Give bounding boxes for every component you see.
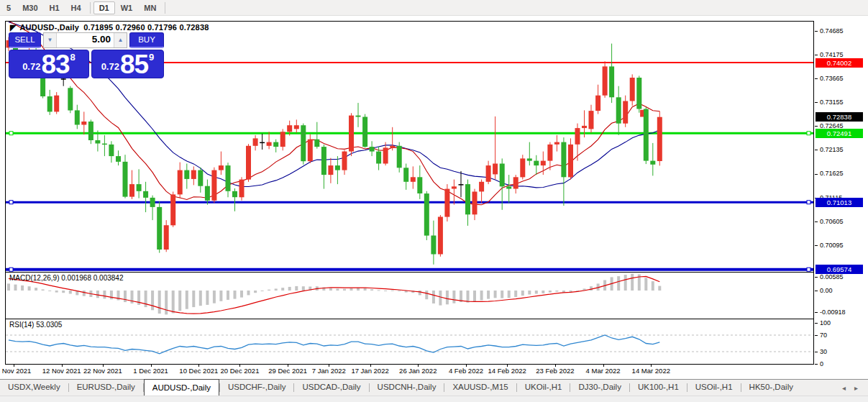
- macd-indicator-label: MACD(12,26,9) 0.001968 0.003842: [9, 274, 123, 282]
- macd-histogram-bar: [124, 291, 127, 302]
- chart-tab-uk100-h1[interactable]: UK100-,H1: [630, 380, 687, 396]
- timeframe-button-h4[interactable]: H4: [65, 2, 87, 14]
- macd-histogram-bar: [370, 289, 373, 291]
- buy-price-button[interactable]: 0.72 85 9: [91, 50, 164, 78]
- macd-histogram-bar: [206, 291, 209, 305]
- macd-pane[interactable]: [6, 273, 813, 319]
- candle-body: [68, 88, 73, 110]
- line-handle[interactable]: [9, 132, 13, 135]
- axis-tick-label: -0.00918: [815, 309, 846, 316]
- chart-tab-ukoil-h1[interactable]: UKOil-,H1: [517, 380, 570, 396]
- candle-body: [527, 158, 532, 160]
- macd-histogram-bar: [652, 281, 654, 291]
- chart-tab-audusd-daily[interactable]: AUDUSD-,Daily: [144, 379, 219, 396]
- chart-ohlc-values: 0.71895 0.72960 0.71796 0.72838: [83, 23, 209, 32]
- candle-body: [534, 161, 539, 166]
- macd-histogram-bar: [439, 291, 442, 306]
- candle-body: [575, 128, 580, 145]
- sell-price-button[interactable]: 0.72 83 8: [9, 50, 89, 78]
- tab-scroll-left-icon[interactable]: ◂: [838, 384, 850, 392]
- tab-scroll-controls: ◂▸: [838, 380, 868, 396]
- candle-body: [595, 96, 600, 111]
- candle-body: [431, 236, 436, 255]
- price-axis[interactable]: 0.746850.741750.736650.731550.726450.721…: [815, 21, 868, 365]
- candle-body: [506, 186, 511, 188]
- candle-body: [609, 66, 614, 97]
- timeframe-button-5[interactable]: 5: [1, 2, 17, 14]
- macd-histogram-bar: [151, 291, 154, 310]
- timeframe-button-mn[interactable]: MN: [138, 2, 162, 14]
- line-handle[interactable]: [807, 201, 810, 204]
- date-label: 1 Dec 2021: [133, 367, 168, 375]
- macd-histogram-bar: [432, 291, 435, 303]
- axis-tick-label: 100: [815, 319, 831, 326]
- macd-histogram-bar: [419, 291, 421, 295]
- one-click-trading-panel: SELL ▼ 5.00 ▲ BUY 0.72 83 8 0.72 85 9: [9, 32, 164, 78]
- candle-body: [239, 180, 245, 198]
- buy-button[interactable]: BUY: [129, 32, 164, 48]
- volume-decrease-icon[interactable]: ▼: [44, 33, 57, 47]
- line-handle[interactable]: [9, 268, 13, 271]
- chart-tab-usdcad-daily[interactable]: USDCAD-,Daily: [294, 380, 368, 396]
- expand-panel-icon[interactable]: ◤: [10, 24, 16, 31]
- macd-histogram-bar: [329, 288, 332, 291]
- volume-increase-icon[interactable]: ▲: [114, 33, 127, 47]
- toolbar-separator: [165, 2, 165, 14]
- macd-histogram-bar: [473, 291, 476, 301]
- toolbar-separator: [90, 2, 91, 14]
- macd-histogram-bar: [268, 290, 270, 291]
- sell-button[interactable]: SELL: [9, 32, 41, 48]
- macd-histogram-bar: [83, 291, 86, 296]
- price-level-label: 0.72491: [816, 129, 863, 138]
- date-label: 7 Jan 2022: [312, 367, 346, 375]
- macd-histogram-bar: [452, 291, 455, 303]
- timeframe-button-h1[interactable]: H1: [44, 2, 65, 14]
- volume-input[interactable]: 5.00: [57, 33, 114, 47]
- macd-histogram-bar: [336, 288, 339, 291]
- macd-histogram-bar: [467, 291, 470, 303]
- axis-tick-label: 30: [815, 348, 827, 355]
- chart-tab-hk50-daily[interactable]: HK50-,Daily: [741, 380, 801, 396]
- date-axis[interactable]: 3 Nov 202112 Nov 202122 Nov 20211 Dec 20…: [5, 365, 814, 377]
- line-handle[interactable]: [807, 268, 810, 271]
- macd-histogram-bar: [96, 291, 99, 298]
- line-handle[interactable]: [807, 132, 810, 135]
- candle-body: [95, 140, 100, 144]
- macd-histogram-bar: [110, 291, 113, 299]
- chart-tab-usoil-h1[interactable]: USOil-,H1: [687, 380, 741, 396]
- chart-tab-usdchf-daily[interactable]: USDCHF-,Daily: [220, 380, 294, 396]
- candle-body: [273, 142, 278, 147]
- chart-tab-xauusd-m15[interactable]: XAUUSD-,M15: [444, 380, 516, 396]
- macd-histogram-bar: [7, 283, 10, 291]
- macd-histogram-bar: [501, 291, 503, 298]
- candle-body: [568, 145, 573, 178]
- chart-tab-usdcnh-daily[interactable]: USDCNH-,Daily: [370, 380, 444, 396]
- date-label: 3 Nov 2021: [0, 367, 31, 375]
- candle-body: [616, 97, 621, 123]
- rsi-pane[interactable]: [6, 319, 813, 364]
- candle-body: [116, 156, 121, 162]
- mt4-window: 5M30H1H4D1W1MN ◤ AUDUSD-,Daily 0.71895 0…: [0, 0, 868, 402]
- chart-tab-usdx-weekly[interactable]: USDX,Weekly: [0, 380, 68, 396]
- timeframe-button-m30[interactable]: M30: [17, 2, 43, 14]
- macd-histogram-bar: [391, 291, 394, 291]
- macd-histogram-bar: [617, 276, 620, 291]
- tab-scroll-right-icon[interactable]: ▸: [850, 384, 862, 392]
- candle-body: [253, 138, 258, 145]
- candle-body: [219, 165, 224, 170]
- axis-tick-label: 0.00: [815, 287, 833, 294]
- candle-body: [472, 192, 478, 215]
- candle-body: [328, 165, 333, 175]
- candle-body: [287, 125, 292, 132]
- timeframe-button-w1[interactable]: W1: [115, 2, 139, 14]
- macd-histogram-bar: [240, 291, 243, 298]
- macd-histogram-bar: [48, 291, 51, 291]
- chart-tab-eurusd-daily[interactable]: EURUSD-,Daily: [69, 380, 143, 396]
- chart-tab-dj30-daily[interactable]: DJ30-,Daily: [570, 380, 629, 396]
- candle-body: [547, 145, 552, 161]
- axis-tick-label: 0.72135: [815, 146, 844, 153]
- line-handle[interactable]: [9, 201, 13, 204]
- timeframe-button-d1[interactable]: D1: [93, 1, 115, 14]
- chart-area[interactable]: ◤ AUDUSD-,Daily 0.71895 0.72960 0.71796 …: [5, 21, 814, 365]
- candle-body: [541, 161, 546, 166]
